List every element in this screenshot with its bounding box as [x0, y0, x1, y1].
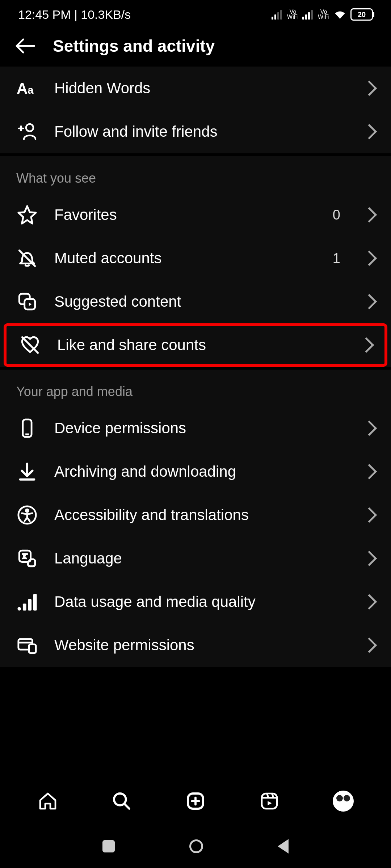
signal-2-icon: [302, 9, 313, 20]
vowifi-1-icon: VoWiFi: [287, 9, 299, 20]
svg-point-2: [26, 124, 33, 131]
nav-home[interactable]: [37, 790, 59, 812]
vowifi-2-icon: VoWiFi: [318, 9, 329, 20]
svg-text:a: a: [28, 84, 34, 96]
chevron-right-icon: [362, 464, 377, 479]
phone-icon: [16, 417, 38, 439]
row-hidden-words[interactable]: Aa Hidden Words: [0, 67, 391, 110]
row-label: Like and share counts: [57, 336, 345, 354]
avatar-icon: [333, 791, 354, 812]
row-label: Follow and invite friends: [54, 123, 348, 140]
status-bar: 12:45 PM | 10.3KB/s VoWiFi VoWiFi 20: [0, 0, 391, 29]
row-label: Suggested content: [54, 293, 348, 310]
row-suggested-content[interactable]: Suggested content: [0, 280, 391, 323]
row-label: Accessibility and translations: [54, 506, 348, 524]
row-follow-invite[interactable]: Follow and invite friends: [0, 110, 391, 153]
row-archiving-downloading[interactable]: Archiving and downloading: [0, 450, 391, 493]
svg-point-10: [17, 607, 21, 611]
nav-profile[interactable]: [332, 790, 354, 812]
chevron-right-icon: [362, 594, 377, 609]
status-right: VoWiFi VoWiFi 20: [272, 8, 373, 21]
section-title: What you see: [0, 156, 391, 193]
svg-rect-13: [33, 594, 37, 610]
svg-rect-18: [262, 793, 277, 809]
battery-icon: 20: [350, 8, 373, 21]
svg-rect-11: [23, 604, 26, 610]
chevron-right-icon: [359, 337, 374, 353]
row-favorites[interactable]: Favorites 0: [0, 193, 391, 237]
download-icon: [16, 461, 38, 482]
page-title: Settings and activity: [53, 36, 215, 56]
chevron-right-icon: [362, 81, 377, 96]
suggested-icon: [16, 291, 38, 312]
chevron-right-icon: [362, 124, 377, 139]
svg-rect-15: [29, 644, 36, 653]
header: Settings and activity: [0, 29, 391, 67]
row-like-share-counts[interactable]: Like and share counts: [4, 323, 387, 367]
sys-back[interactable]: [278, 839, 289, 854]
row-label: Device permissions: [54, 420, 348, 437]
star-icon: [16, 204, 38, 226]
svg-rect-12: [28, 599, 31, 610]
chevron-right-icon: [362, 507, 377, 523]
nav-search[interactable]: [111, 790, 133, 812]
row-label: Favorites: [54, 206, 316, 224]
signal-1-icon: [272, 9, 282, 20]
chevron-right-icon: [362, 421, 377, 436]
heart-off-icon: [19, 334, 41, 356]
section-app-media: Your app and media Device permissions Ar…: [0, 370, 391, 670]
chevron-right-icon: [362, 638, 377, 653]
row-value: 1: [333, 251, 340, 266]
row-value: 0: [333, 207, 340, 223]
svg-text:A: A: [17, 80, 28, 97]
row-label: Website permissions: [54, 637, 348, 654]
back-button[interactable]: [14, 38, 35, 54]
signal-bars-icon: [16, 591, 38, 613]
row-data-usage[interactable]: Data usage and media quality: [0, 580, 391, 624]
bell-off-icon: [16, 247, 38, 269]
bottom-nav: [0, 781, 391, 821]
section-top: Aa Hidden Words Follow and invite friend…: [0, 67, 391, 156]
row-label: Hidden Words: [54, 80, 348, 97]
back-arrow-icon: [14, 38, 35, 54]
row-label: Data usage and media quality: [54, 593, 348, 610]
sys-home[interactable]: [189, 839, 203, 853]
row-label: Archiving and downloading: [54, 463, 348, 480]
add-friend-icon: [16, 121, 38, 142]
row-label: Language: [54, 550, 348, 567]
chevron-right-icon: [362, 251, 377, 266]
sys-recents[interactable]: [102, 840, 115, 852]
row-label: Muted accounts: [54, 250, 316, 267]
row-language[interactable]: Language: [0, 537, 391, 580]
row-muted-accounts[interactable]: Muted accounts 1: [0, 237, 391, 280]
accessibility-icon: [16, 504, 38, 526]
status-time: 12:45 PM | 10.3KB/s: [18, 8, 131, 22]
chevron-right-icon: [362, 294, 377, 309]
section-title: Your app and media: [0, 370, 391, 407]
chevron-right-icon: [362, 207, 377, 222]
nav-reels[interactable]: [258, 790, 280, 812]
section-what-you-see: What you see Favorites 0 Muted accounts …: [0, 156, 391, 370]
wifi-icon: [333, 9, 347, 20]
row-device-permissions[interactable]: Device permissions: [0, 407, 391, 450]
system-nav: [0, 825, 391, 868]
nav-create[interactable]: [185, 790, 206, 812]
aa-icon: Aa: [16, 77, 38, 99]
svg-point-8: [26, 509, 28, 512]
row-accessibility[interactable]: Accessibility and translations: [0, 493, 391, 537]
language-icon: [16, 548, 38, 569]
website-icon: [16, 634, 38, 656]
row-website-permissions[interactable]: Website permissions: [0, 624, 391, 667]
chevron-right-icon: [362, 551, 377, 566]
